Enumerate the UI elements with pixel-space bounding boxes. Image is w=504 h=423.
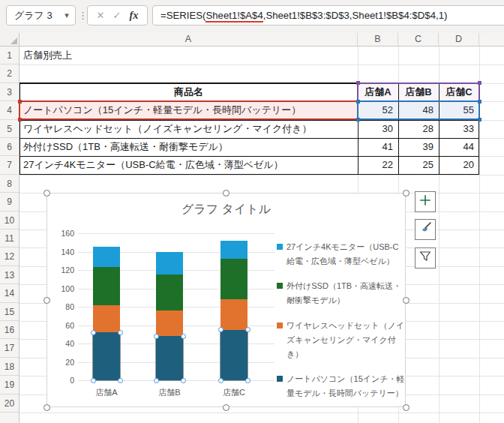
- table-cell-product[interactable]: ワイヤレスヘッドセット（ノイズキャンセリング・マイク付き）: [23, 120, 358, 138]
- table-cell-value[interactable]: 22: [358, 156, 398, 174]
- bar-segment-series2-店舗B[interactable]: [156, 310, 183, 336]
- table-header-product[interactable]: 商品名: [20, 83, 358, 101]
- select-all-corner[interactable]: [0, 33, 20, 46]
- bar-segment-series4-店舗A[interactable]: [93, 247, 120, 267]
- column-header-c[interactable]: C: [398, 33, 439, 46]
- formula-input[interactable]: =SERIES(Sheet1!$A$4,Sheet1!$B$3:$D$3,She…: [152, 5, 504, 26]
- range-categories-handle[interactable]: [356, 81, 360, 85]
- range-values[interactable]: [357, 100, 480, 120]
- name-box[interactable]: グラフ 3 ▾: [6, 5, 76, 26]
- chart-title[interactable]: グラフ タイトル: [47, 202, 405, 218]
- row-header-14[interactable]: 14: [0, 284, 19, 302]
- series-selection-handle[interactable]: [154, 378, 159, 383]
- formula-buttons: ✕ ✓ fx: [87, 5, 148, 26]
- range-values-handle[interactable]: [356, 100, 360, 104]
- row-header-12[interactable]: 12: [0, 248, 19, 266]
- chart-selection-handle[interactable]: [403, 404, 410, 411]
- range-categories[interactable]: [357, 82, 480, 102]
- column-header-b[interactable]: B: [358, 33, 398, 46]
- row-header-8[interactable]: 8: [0, 175, 19, 193]
- series-selection-handle[interactable]: [91, 378, 96, 383]
- series-selection-handle[interactable]: [118, 330, 123, 335]
- formula-toolbar: グラフ 3 ▾ ⋮ ✕ ✓ fx =SERIES(Sheet1!$A$4,She…: [0, 0, 504, 33]
- table-cell-value[interactable]: 20: [439, 156, 479, 174]
- row-header-7[interactable]: 7: [0, 156, 19, 174]
- series-selection-handle[interactable]: [218, 378, 224, 383]
- row-header-15[interactable]: 15: [0, 303, 19, 321]
- legend-item[interactable]: 27インチ4Kモニター（USB-C給電・広色域・薄型ベゼル）: [277, 240, 406, 268]
- insert-function-icon[interactable]: fx: [129, 9, 138, 22]
- legend-item[interactable]: 外付けSSD（1TB・高速転送・耐衝撃モデル）: [277, 279, 406, 308]
- chart-selection-handle[interactable]: [403, 190, 410, 196]
- bar-segment-series1-店舗C[interactable]: [220, 330, 248, 380]
- table-cell-value[interactable]: 30: [358, 120, 398, 138]
- bar-segment-series2-店舗A[interactable]: [93, 305, 120, 333]
- row-header-3[interactable]: 3: [0, 83, 19, 101]
- table-cell-value[interactable]: 25: [398, 156, 439, 174]
- row-header-16[interactable]: 16: [0, 321, 19, 339]
- enter-icon[interactable]: ✓: [112, 10, 121, 21]
- column-header-d[interactable]: D: [439, 33, 479, 46]
- cell-a1[interactable]: 店舗別売上: [23, 46, 353, 64]
- series-selection-handle[interactable]: [91, 330, 96, 335]
- table-cell-value[interactable]: 44: [439, 138, 479, 156]
- series-selection-handle[interactable]: [218, 327, 224, 332]
- bar-segment-series2-店舗C[interactable]: [220, 299, 248, 329]
- row-header-4[interactable]: 4: [0, 101, 19, 119]
- series-selection-handle[interactable]: [154, 334, 159, 339]
- excel-window: グラフ 3 ▾ ⋮ ✕ ✓ fx =SERIES(Sheet1!$A$4,She…: [0, 0, 504, 423]
- row-header-9[interactable]: 9: [0, 193, 19, 211]
- series-selection-handle[interactable]: [245, 327, 250, 332]
- bar-segment-series4-店舗C[interactable]: [220, 241, 248, 260]
- table-cell-product[interactable]: 27インチ4Kモニター（USB-C給電・広色域・薄型ベゼル）: [23, 156, 358, 174]
- chart-elements-button[interactable]: [415, 191, 436, 212]
- chart-styles-button[interactable]: [415, 219, 436, 240]
- bar-segment-series4-店舗B[interactable]: [156, 252, 183, 275]
- range-values-handle[interactable]: [356, 118, 360, 122]
- range-values-handle[interactable]: [478, 118, 482, 122]
- chevron-down-icon[interactable]: ▾: [58, 10, 75, 20]
- cancel-icon[interactable]: ✕: [97, 10, 105, 21]
- bar-segment-series1-店舗B[interactable]: [156, 336, 183, 380]
- legend-item[interactable]: ワイヤレスヘッドセット（ノイズキャンセリング・マイク付き）: [277, 319, 406, 362]
- chart-selection-handle[interactable]: [223, 404, 230, 411]
- range-values-handle[interactable]: [478, 100, 482, 104]
- chart-filters-button[interactable]: [415, 248, 436, 268]
- table-cell-value[interactable]: 39: [398, 138, 439, 156]
- chart-selection-handle[interactable]: [223, 190, 230, 196]
- row-header-11[interactable]: 11: [0, 230, 19, 248]
- bar-segment-series1-店舗A[interactable]: [93, 332, 120, 380]
- series-selection-handle[interactable]: [118, 378, 123, 383]
- chart-selection-handle[interactable]: [403, 297, 410, 304]
- table-cell-value[interactable]: 28: [398, 120, 439, 138]
- series-selection-handle[interactable]: [181, 378, 186, 383]
- row-header-5[interactable]: 5: [0, 120, 19, 138]
- bar-segment-series3-店舗B[interactable]: [156, 274, 183, 310]
- legend-item[interactable]: ノートパソコン（15インチ・軽量モデル・長時間バッテリー）: [277, 372, 406, 400]
- row-header-18[interactable]: 18: [0, 358, 19, 376]
- column-header-a[interactable]: A: [20, 33, 358, 46]
- row-header-2[interactable]: 2: [0, 64, 19, 82]
- table-cell-value[interactable]: 41: [358, 138, 398, 156]
- row-header-17[interactable]: 17: [0, 339, 19, 357]
- range-series-name-handle[interactable]: [18, 118, 22, 122]
- row-header-13[interactable]: 13: [0, 266, 19, 284]
- table-cell-product[interactable]: 外付けSSD（1TB・高速転送・耐衝撃モデル）: [23, 138, 358, 156]
- chart[interactable]: グラフ タイトル020406080100120140160店舗A店舗B店舗C27…: [46, 193, 406, 407]
- table-cell-value[interactable]: 33: [439, 120, 479, 138]
- row-header-20[interactable]: 20: [0, 394, 19, 412]
- chart-selection-handle[interactable]: [44, 404, 50, 411]
- row-header-19[interactable]: 19: [0, 376, 19, 394]
- range-categories-handle[interactable]: [478, 81, 482, 85]
- chart-selection-handle[interactable]: [44, 190, 50, 196]
- row-header-1[interactable]: 1: [0, 46, 19, 64]
- chart-selection-handle[interactable]: [44, 297, 50, 304]
- bar-segment-series3-店舗C[interactable]: [220, 259, 248, 299]
- series-selection-handle[interactable]: [181, 334, 186, 339]
- series-selection-handle[interactable]: [245, 378, 250, 383]
- row-header-10[interactable]: 10: [0, 212, 19, 230]
- row-header-6[interactable]: 6: [0, 138, 19, 156]
- range-series-name[interactable]: [19, 100, 358, 120]
- bar-segment-series3-店舗A[interactable]: [93, 267, 120, 304]
- range-series-name-handle[interactable]: [18, 100, 22, 104]
